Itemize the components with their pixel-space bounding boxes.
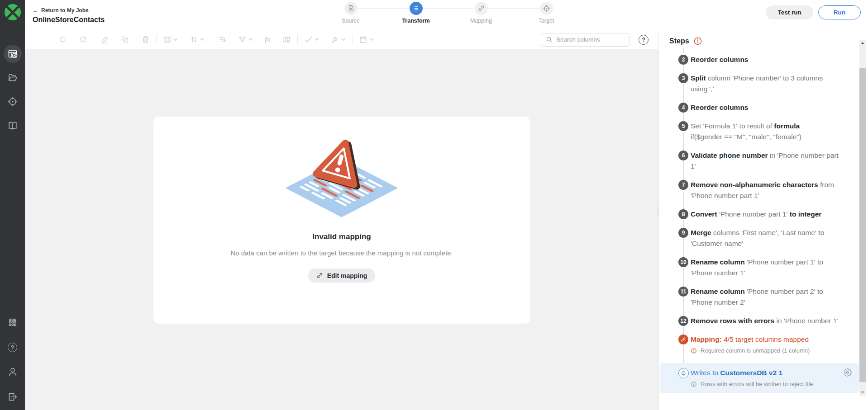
- steps-scrollbar[interactable]: [859, 40, 866, 396]
- gear-icon: [844, 368, 852, 377]
- stepper-label: Transform: [402, 18, 429, 24]
- help-icon: ?: [8, 343, 17, 352]
- step-item-7[interactable]: 7Remove non-alphanumeric characters from…: [669, 179, 841, 201]
- sort-menu-button[interactable]: [190, 35, 205, 44]
- chevron-down-icon: [173, 38, 178, 41]
- sidebar-item-projects[interactable]: [4, 69, 22, 87]
- stepper-item-mapping[interactable]: Mapping: [448, 2, 514, 24]
- step-item-4[interactable]: 4Reorder columns: [669, 102, 841, 113]
- edit-mapping-button[interactable]: Edit mapping: [308, 269, 376, 283]
- stepper-item-transform[interactable]: Transform: [383, 2, 448, 24]
- step-text: Mapping: 4/5 target columns mapped: [691, 334, 841, 345]
- left-sidebar: ?: [0, 0, 25, 410]
- map-pin-book-icon: [282, 35, 291, 44]
- columns-menu-button[interactable]: [163, 35, 178, 44]
- step-text: Reorder columns: [691, 102, 841, 113]
- step-item-5[interactable]: 5Set 'Formula 1' to result of formula if…: [669, 121, 841, 142]
- step-item-2[interactable]: 2Reorder columns: [669, 54, 841, 65]
- step-number: 12: [678, 316, 688, 326]
- step-item-12[interactable]: 12Remove rows with errors in 'Phone numb…: [669, 316, 841, 326]
- stepper-label: Source: [342, 18, 360, 24]
- steps-items: 2Reorder columns3Split column 'Phone num…: [669, 54, 841, 326]
- sidebar-item-targets[interactable]: [4, 93, 22, 111]
- scrollbar-thumb[interactable]: [859, 68, 866, 382]
- step-item-3[interactable]: 3Split column 'Phone number' to 3 column…: [669, 73, 841, 94]
- help-icon: ?: [639, 35, 649, 45]
- lookup-button[interactable]: [282, 35, 291, 44]
- step-number: 7: [678, 180, 688, 190]
- header-actions: Test run Run: [766, 5, 861, 19]
- duplicate-button[interactable]: [121, 35, 129, 44]
- sort-arrows-icon: [190, 35, 198, 44]
- back-to-my-jobs-link[interactable]: ← Return to My Jobs: [33, 7, 105, 14]
- test-run-button[interactable]: Test run: [766, 5, 813, 19]
- writes-note-text: Rows with errors will be written to reje…: [701, 380, 813, 389]
- run-button[interactable]: Run: [818, 5, 861, 19]
- toolbar-divider: [352, 34, 353, 45]
- scroll-down-arrow[interactable]: [861, 391, 864, 394]
- validate-menu-button[interactable]: [304, 35, 319, 44]
- transform-list-icon: [410, 2, 423, 15]
- folder-icon: [7, 72, 18, 83]
- search-icon: [546, 36, 553, 43]
- step-item-11[interactable]: 11Rename column 'Phone number part 2' to…: [669, 286, 841, 308]
- link-icon: [316, 272, 323, 279]
- target-step-icon: [678, 368, 689, 378]
- apps-grid-icon: [7, 317, 18, 328]
- sidebar-item-sign-out[interactable]: [4, 388, 22, 406]
- steps-title: Steps: [669, 37, 689, 45]
- step-number: 6: [678, 151, 688, 160]
- step-item-8[interactable]: 8Convert 'Phone number part 1' to intege…: [669, 209, 841, 220]
- warning-badge-icon: [693, 37, 702, 46]
- redo-button[interactable]: [79, 35, 87, 44]
- formula-button[interactable]: fx: [265, 36, 271, 43]
- sidebar-item-library[interactable]: [4, 117, 22, 135]
- toolbar-help-button[interactable]: ?: [639, 35, 649, 45]
- scroll-up-arrow[interactable]: [861, 42, 864, 44]
- step-item-10[interactable]: 10Rename column 'Phone number part 1' to…: [669, 257, 841, 278]
- sort-rows-button[interactable]: [218, 35, 226, 44]
- step-text: Rename column 'Phone number part 2' to '…: [691, 286, 841, 308]
- date-menu-button[interactable]: [359, 35, 374, 44]
- step-item-6[interactable]: 6Validate phone number in 'Phone number …: [669, 150, 841, 172]
- step-text: Remove rows with errors in 'Phone number…: [691, 316, 841, 326]
- step-item-mapping[interactable]: Mapping: 4/5 target columns mapped Requi…: [669, 334, 841, 355]
- mapping-warning-note: Required column is unmapped (1 column): [691, 346, 841, 355]
- chevron-down-icon: [341, 38, 346, 41]
- target-icon: [7, 96, 18, 107]
- chevron-down-icon: [315, 38, 319, 41]
- step-number: 2: [678, 55, 688, 65]
- target-settings-button[interactable]: [844, 368, 852, 377]
- back-arrow-icon: ←: [33, 7, 38, 14]
- toolbar-divider: [211, 34, 211, 45]
- filter-menu-button[interactable]: [238, 35, 253, 44]
- sidebar-item-help[interactable]: ?: [4, 338, 22, 356]
- sort-lines-icon: [218, 35, 226, 44]
- filter-icon: [238, 35, 247, 44]
- stepper-item-source[interactable]: Source: [318, 2, 383, 24]
- search-columns-input[interactable]: [556, 36, 625, 43]
- page-title: OnlineStoreContacts: [33, 16, 105, 24]
- step-number: 4: [678, 103, 688, 113]
- sidebar-nav-top: [4, 45, 22, 135]
- step-item-writes-to-target[interactable]: Writes to CustomersDB v2 1 Rows with err…: [660, 363, 859, 393]
- undo-button[interactable]: [58, 35, 67, 44]
- fix-menu-button[interactable]: [331, 35, 346, 44]
- sidebar-item-data-jobs[interactable]: [4, 45, 22, 63]
- info-icon: [691, 381, 697, 387]
- book-icon: [7, 120, 18, 131]
- delete-button[interactable]: [141, 35, 150, 44]
- step-item-9[interactable]: 9Merge columns 'First name', 'Last name'…: [669, 227, 841, 249]
- step-number: 11: [678, 287, 688, 297]
- edit-step-button[interactable]: [100, 35, 109, 44]
- title-block: ← Return to My Jobs OnlineStoreContacts: [33, 6, 105, 24]
- sign-out-icon: [7, 391, 18, 402]
- wrench-icon: [331, 35, 339, 44]
- toolbar-divider: [156, 34, 157, 45]
- stepper-label: Target: [539, 18, 554, 24]
- target-crosshair-icon: [540, 2, 553, 15]
- sidebar-item-apps[interactable]: [4, 313, 22, 331]
- stepper-item-target[interactable]: Target: [514, 2, 579, 24]
- sidebar-item-account[interactable]: [4, 363, 22, 381]
- step-number: 10: [678, 257, 688, 267]
